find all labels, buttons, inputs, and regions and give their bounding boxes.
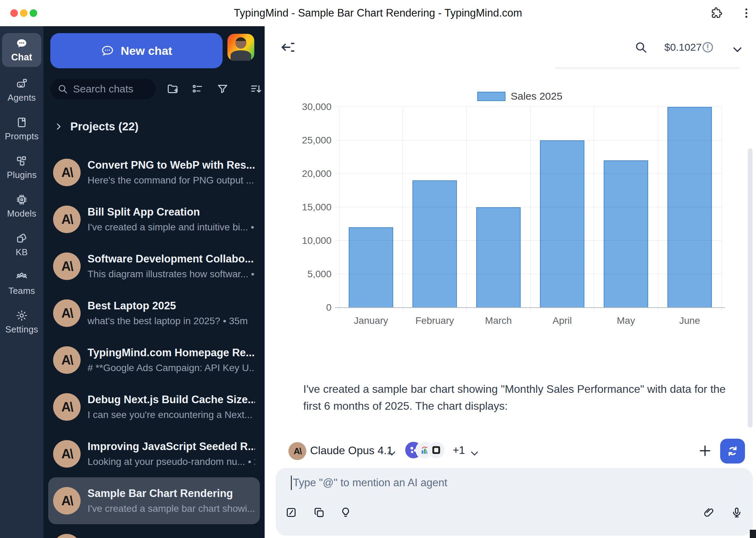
chat-list-item[interactable]: A\ Bill Split App Creation I've created … [48,196,260,243]
chart-bar-may[interactable] [604,160,648,308]
chip-icon [16,193,28,206]
profile-avatar[interactable] [227,34,254,61]
anthropic-avatar: A\ [53,393,81,421]
model-chevron-down-icon[interactable] [386,448,398,459]
nav-rail-item-models[interactable]: Models [2,187,41,226]
chat-list-item[interactable]: A\ Convert PNG to WebP with Res... Here'… [48,149,260,196]
chat-item-title: Bill Split App Creation [88,206,255,218]
add-attachment-plus-icon[interactable] [697,443,713,458]
chat-item-snippet: Looking at your pseudo-random nu... [88,456,245,467]
chat-list-item[interactable]: A\ Software Development Collabo... This … [48,243,260,290]
lightbulb-icon[interactable] [339,506,352,519]
main-content: $0.1027 Sales 2025 05,00010,00015,00020,… [265,26,756,538]
chart-gridline-v [530,107,531,311]
anthropic-avatar: A\ [53,487,81,515]
chat-item-title: Convert PNG to WebP with Res... [88,159,255,171]
chart-bar-june[interactable] [667,107,712,308]
chart-x-tick: June [679,315,700,326]
chart-x-tick: April [552,315,572,326]
chat-list-item[interactable]: A\ Add Dark Mode to PluginPermi... [48,524,260,538]
chart-gridline-v [402,107,403,311]
anthropic-avatar: A\ [53,440,81,468]
legend-label[interactable]: Sales 2025 [511,90,562,102]
new-folder-button[interactable] [166,83,179,95]
session-cost-label[interactable]: $0.1027 [664,41,702,53]
nav-rail-item-agents[interactable]: Agents [2,71,41,110]
chart-gridline-v [466,107,467,311]
chat-item-time: • 31m [248,269,255,279]
search-conversation-icon[interactable] [634,41,647,54]
chat-list-item[interactable]: A\ Improving JavaScript Seeded R... Look… [48,430,260,477]
chat-list-item[interactable]: A\ Sample Bar Chart Rendering I've creat… [48,477,260,524]
regenerate-button[interactable] [720,439,745,464]
bulk-select-list-button[interactable] [191,83,204,95]
chart-bar-march[interactable] [476,207,521,308]
nav-rail-item-settings[interactable]: Settings [2,303,41,341]
more-plugins-count[interactable]: +1 [453,444,465,457]
nav-rail-item-prompts[interactable]: Prompts [2,110,41,148]
chart-bar-april[interactable] [540,140,585,308]
chart-bar-february[interactable] [412,180,457,308]
header-chevron-down-icon[interactable] [731,43,744,57]
nav-rail-item-kb[interactable]: KB [2,226,41,264]
anthropic-avatar: A\ [53,159,81,186]
chat-item-snippet: I've created a simple and intuitive bi..… [88,222,248,232]
sort-descending-button[interactable] [250,83,262,95]
nav-rail-item-plugins[interactable]: Plugins [2,148,41,187]
vertical-scrollbar-thumb[interactable] [748,148,753,428]
projects-header-label: Projects (22) [70,120,139,133]
chat-item-snippet: This diagram illustrates how softwar... [88,269,248,279]
book-icon [16,116,28,129]
chart-bar-january[interactable] [349,227,394,308]
microphone-icon[interactable] [731,506,743,519]
nav-rail-item-chat[interactable]: Chat [2,33,41,67]
legend-swatch[interactable] [477,92,505,101]
extensions-puzzle-icon[interactable] [710,6,724,20]
chat-item-time: • 35m [220,316,248,326]
new-chat-bubble-icon [101,44,114,58]
model-selector-label[interactable]: Claude Opus 4.1 [310,444,393,457]
new-chat-button[interactable]: New chat [50,33,223,68]
search-chats-input[interactable]: Search chats [50,79,156,99]
anthropic-avatar: A\ [53,299,81,327]
chat-item-title: Sample Bar Chart Rendering [88,487,255,500]
paperclip-icon[interactable] [703,506,715,519]
copy-pages-icon[interactable] [313,506,325,519]
app-window: TypingMind - Sample Bar Chart Rendering … [0,0,756,538]
plugin-icon-3-button[interactable] [427,441,446,459]
edit-canvas-icon[interactable] [285,506,297,519]
plugins-chevron-down-icon[interactable] [469,448,480,459]
message-input[interactable]: Type "@" to mention an AI agent [276,468,753,536]
header-divider [555,68,739,68]
collapse-sidebar-icon[interactable] [280,39,296,55]
chart-gridline-v [594,107,594,311]
chart-y-tick: 15,000 [262,202,331,213]
projects-section-header[interactable]: Projects (22) [54,120,139,133]
window-title: TypingMind - Sample Bar Chart Rendering … [0,7,756,19]
nav-rail-items: Chat Agents Prompts Plugins Models KB Te… [2,33,41,341]
chat-list-item[interactable]: A\ Debug Next.js Build Cache Size... I c… [48,383,260,430]
filter-funnel-button[interactable] [216,83,229,95]
chart-gridline-v [658,107,658,311]
chart-y-tick: 25,000 [262,135,331,146]
model-avatar[interactable]: A\ [288,442,306,460]
chat-list-panel: New chat Search chats [43,26,265,538]
chart-y-tick: 10,000 [262,235,331,246]
chat-item-snippet: I can see you're encountering a Next... [88,409,253,420]
anthropic-avatar: A\ [53,252,81,280]
scrollbar-corner [750,530,756,538]
chart-y-tick: 5,000 [262,269,331,280]
nav-rail-item-teams[interactable]: Teams [2,264,41,303]
chat-list-item[interactable]: A\ TypingMind.com Homepage Re... # **Goo… [48,337,260,383]
chat-item-time: • 22h [245,456,255,467]
chart-y-labels: 05,00010,00015,00020,00025,00030,000 [265,107,334,308]
anthropic-avatar: A\ [53,534,81,538]
chat-bubble-icon [16,37,28,50]
chart-x-tick: May [617,315,635,326]
chart-gridline-v [339,107,339,311]
new-chat-label: New chat [121,44,172,58]
search-icon [57,83,68,94]
browser-menu-kebab-icon[interactable] [739,6,753,20]
chat-list-item[interactable]: A\ Best Laptop 2025 what's the best lapt… [48,290,260,337]
cost-info-alert-icon[interactable] [701,41,714,54]
